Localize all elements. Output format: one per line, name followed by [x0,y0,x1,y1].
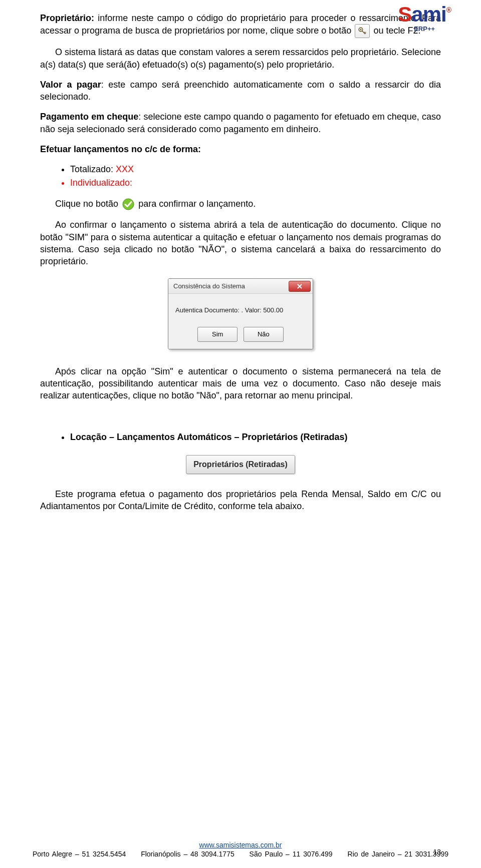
text-p6b: para confirmar o lançamento. [138,199,256,209]
footer-city-poa: Porto Alegre – 51 3254.5454 [33,850,126,858]
logo-letter-s: S [398,3,411,26]
brand-logo: Sami® ERP++ [398,5,451,33]
paragraph-proprietario: Proprietário: informe neste campo o códi… [40,12,441,38]
bullet-locacao-section: Locação – Lançamentos Automáticos – Prop… [70,431,441,443]
nao-button[interactable]: Não [244,327,284,342]
logo-registered-icon: ® [446,6,451,14]
sim-button[interactable]: Sim [197,327,237,342]
footer-link[interactable]: www.samisistemas.com.br [199,841,282,849]
bullet-totalizado-label: Totalizado: [70,164,113,174]
bullet-totalizado-value: XXX [113,164,134,174]
close-icon[interactable] [289,281,311,292]
dialog-message: Autentica Documento: . Valor: 500.00 [175,306,306,315]
label-valor-pagar: Valor a pagar [40,80,101,90]
dialog-titlebar: Consistência do Sistema [168,279,313,294]
bullet-list-section: Locação – Lançamentos Automáticos – Prop… [40,431,441,443]
logo-letters-ami: ami [411,3,446,26]
paragraph-pagamento-cheque: Pagamento em cheque: selecione este camp… [40,111,441,135]
page-footer: www.samisistemas.com.br Porto Alegre – 5… [0,841,481,858]
logo-subtitle: ERP++ [398,25,451,33]
check-icon [122,198,135,211]
bullet-individualizado: Individualizado: [70,177,441,189]
page-number: 13 [433,848,441,856]
paragraph-sistema-listara: O sistema listará as datas que constam v… [40,46,441,71]
paragraph-apos-clicar: Após clicar na opção "Sim" e autenticar … [40,365,441,402]
paragraph-confirmar-lancamento: Ao confirmar o lançamento o sistema abri… [40,219,441,267]
label-proprietario: Proprietário: [40,13,94,23]
bullet-totalizado: Totalizado: XXX [70,163,441,175]
dialog-consistencia: Consistência do Sistema Autentica Docume… [168,278,313,349]
footer-city-sp: São Paulo – 11 3076.499 [250,850,333,858]
footer-city-floripa: Florianópolis – 48 3094.1775 [141,850,234,858]
svg-point-1 [360,29,362,31]
label-efetuar-lancamentos: Efetuar lançamentos no c/c de forma: [40,143,441,155]
text-p6a: Clique no botão [55,199,121,209]
paragraph-clique-botao: Clique no botão para confirmar o lançame… [40,198,441,211]
paragraph-programa-efetua: Este programa efetua o pagamento dos pro… [40,488,441,513]
bullet-list-forma: Totalizado: XXX Individualizado: [40,163,441,189]
paragraph-valor-pagar: Valor a pagar: este campo será preenchid… [40,79,441,103]
key-icon [355,24,370,38]
label-pagamento-cheque: Pagamento em cheque [40,112,138,122]
proprietarios-retiradas-button[interactable]: Proprietários (Retiradas) [186,455,295,474]
dialog-title: Consistência do Sistema [173,282,245,291]
